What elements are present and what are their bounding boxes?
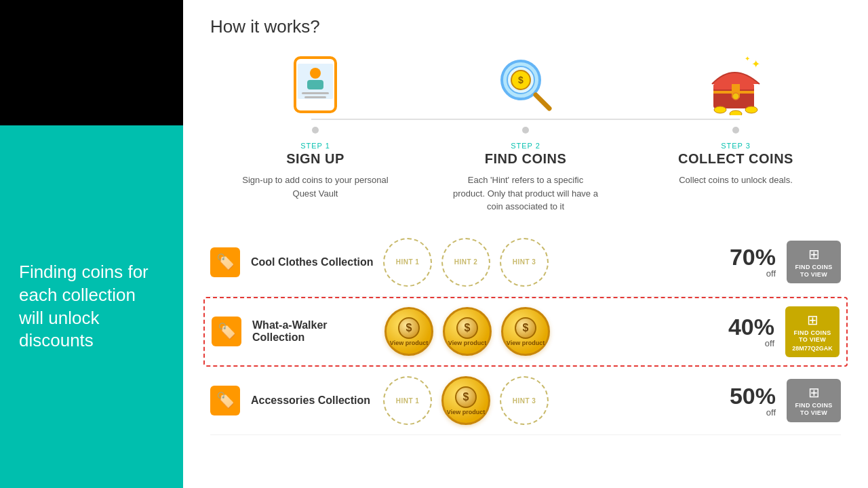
step-3-desc: Collect coins to unlock deals. (679, 174, 793, 187)
svg-point-19 (730, 110, 742, 115)
collection-1-off: off (766, 268, 776, 279)
acc-coin-1-inner: $ (455, 386, 477, 408)
collection-3-btn-label: FIND COINS TO VIEW (791, 402, 837, 417)
collection-2-pct: 40% (728, 315, 774, 338)
collection-3-find-coins-btn[interactable]: ⊞ FIND COINS TO VIEW (787, 379, 841, 422)
collection-1-discount: 70% off (722, 245, 776, 279)
step-3-number: STEP 3 (721, 142, 751, 150)
coin-2-badge[interactable]: $ View product (443, 307, 492, 356)
step-1-dot (312, 127, 319, 134)
sidebar-banner-text: Finding coins for each collection will u… (19, 261, 164, 352)
collection-row-3: 🏷️ Accessories Collection HINT 1 $ View … (210, 367, 841, 435)
hint-1-badge[interactable]: HINT 1 (383, 238, 432, 287)
collection-2-off: off (765, 338, 774, 348)
treasure-icon: ✦ ✦ (702, 51, 770, 119)
sidebar: Finding coins for each collection will u… (0, 0, 183, 488)
how-title: How it works? (210, 16, 841, 37)
step-3-dot (732, 127, 739, 134)
step-1-number: STEP 1 (300, 142, 330, 150)
collection-3-pct: 50% (730, 384, 776, 407)
collection-row-1: 🏷️ Cool Clothes Collection HINT 1 HINT 2… (210, 228, 841, 297)
collection-3-off: off (766, 407, 776, 418)
main-content: How it works? STEP (183, 0, 868, 488)
acc-hint-3-badge[interactable]: HINT 3 (500, 376, 549, 425)
svg-text:✦: ✦ (751, 58, 760, 70)
svg-rect-3 (307, 80, 323, 89)
hint-3-badge[interactable]: HINT 3 (500, 238, 549, 287)
coin-1-inner: $ (398, 317, 420, 339)
sidebar-banner: Finding coins for each collection will u… (0, 125, 183, 488)
svg-point-17 (714, 106, 726, 113)
svg-line-11 (536, 95, 549, 108)
collection-1-name: Cool Clothes Collection (251, 256, 376, 268)
svg-point-16 (732, 93, 739, 100)
collection-2-btn-code: 28M77Q2GAK (792, 345, 833, 352)
coin-3-view: View product (507, 340, 545, 346)
collection-1-pct: 70% (730, 245, 776, 268)
step-3: ✦ ✦ STEP 3 COLLECT COINS Collect coins t… (631, 51, 841, 187)
step-2-dot (522, 127, 529, 134)
acc-coin-1-badge[interactable]: $ View product (441, 376, 490, 425)
phone-icon (281, 51, 349, 119)
coin-2-inner: $ (456, 317, 478, 339)
collection-2-discount: 40% off (720, 315, 774, 348)
step-2-title: FIND COINS (485, 151, 567, 167)
collection-2-find-coins-btn[interactable]: ⊞ FIND COINS TO VIEW 28M77Q2GAK (785, 306, 840, 358)
collection-2-btn-label: FIND COINS TO VIEW (789, 329, 835, 344)
collection-1-icon: 🏷️ (210, 247, 240, 277)
collection-2-name: What-a-Walker Collection (252, 319, 378, 344)
coin-3-badge[interactable]: $ View product (501, 307, 550, 356)
svg-point-18 (745, 106, 757, 113)
collection-3-icon: 🏷️ (210, 386, 240, 415)
svg-text:$: $ (518, 75, 524, 85)
find-coins-2-icon: ⊞ (807, 312, 818, 328)
collection-1-hints: HINT 1 HINT 2 HINT 3 (376, 238, 722, 287)
step-2-number: STEP 2 (511, 142, 540, 150)
coin-1-view: View product (390, 340, 428, 346)
steps-row: STEP 1 SIGN UP Sign-up to add coins to y… (210, 44, 841, 214)
find-coins-3-icon: ⊞ (808, 384, 820, 401)
svg-point-2 (310, 68, 321, 79)
step-3-title: COLLECT COINS (678, 151, 793, 167)
svg-rect-5 (304, 96, 326, 98)
step-2: $ STEP 2 FIND COINS Each 'Hint' refers t… (420, 51, 631, 214)
collections: 🏷️ Cool Clothes Collection HINT 1 HINT 2… (210, 228, 841, 436)
acc-hint-1-badge[interactable]: HINT 1 (383, 376, 432, 425)
step-1-title: SIGN UP (286, 151, 344, 167)
acc-coin-1-view: View product (447, 409, 485, 415)
hint-2-badge[interactable]: HINT 2 (441, 238, 490, 287)
magnifier-icon: $ (492, 51, 559, 119)
svg-rect-4 (302, 92, 329, 94)
collection-1-find-coins-btn[interactable]: ⊞ FIND COINS TO VIEW (787, 241, 841, 284)
svg-text:✦: ✦ (745, 55, 750, 62)
step-1-desc: Sign-up to add coins to your personal Qu… (241, 174, 390, 200)
sidebar-top (0, 0, 183, 125)
collection-2-icon: 🏷️ (212, 317, 241, 346)
coin-3-inner: $ (515, 317, 536, 339)
find-coins-1-icon: ⊞ (808, 246, 820, 262)
collection-3-discount: 50% off (722, 384, 776, 418)
coin-2-view: View product (448, 340, 486, 346)
collection-2-hints: $ View product $ View product $ View pro… (378, 307, 720, 356)
collection-3-hints: HINT 1 $ View product HINT 3 (376, 376, 722, 425)
coin-1-badge[interactable]: $ View product (384, 307, 433, 356)
step-2-desc: Each 'Hint' refers to a specific product… (451, 174, 600, 214)
collection-row-2: 🏷️ What-a-Walker Collection $ View produ… (203, 297, 848, 367)
collection-1-btn-label: FIND COINS TO VIEW (791, 264, 837, 279)
step-1: STEP 1 SIGN UP Sign-up to add coins to y… (210, 51, 420, 200)
collection-3-name: Accessories Collection (251, 394, 376, 407)
